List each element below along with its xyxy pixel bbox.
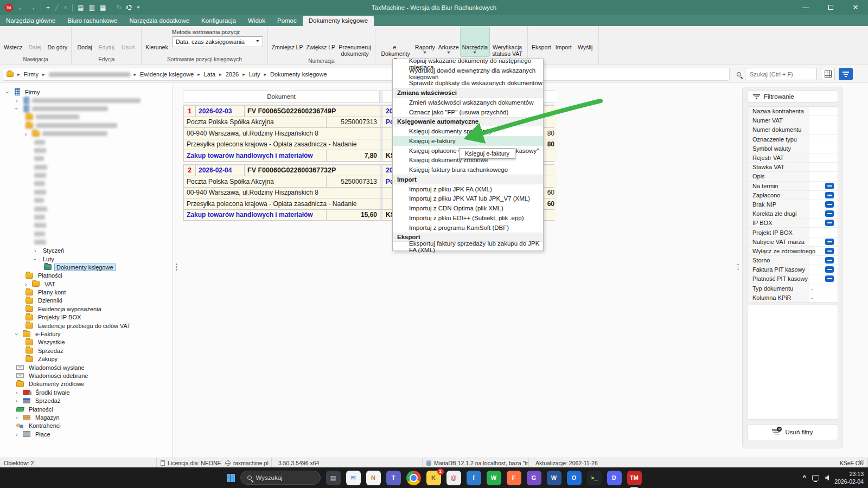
menu-row[interactable]: Zmień właściwości wskazanych dokumentów — [393, 98, 543, 107]
taskbar-clock[interactable]: 23:13 2026-02-04 — [834, 470, 864, 485]
filter-control-icon[interactable]: - — [809, 294, 813, 301]
ribbon-button[interactable]: Raporty — [413, 27, 437, 56]
breadcrumb-item[interactable]: Ewidencje księgowe — [130, 71, 194, 78]
qa-print-icon[interactable]: ▤ — [78, 4, 84, 11]
filter-control[interactable] — [809, 135, 838, 144]
qa-dropdown-caret-icon[interactable] — [137, 7, 140, 10]
filter-control-icon[interactable] — [825, 248, 834, 254]
tree-item[interactable]: Zakupy — [0, 355, 172, 363]
tree-item[interactable]: VAT — [0, 280, 172, 288]
ribbon-tab[interactable]: Widok — [242, 16, 271, 26]
start-button[interactable] — [227, 474, 235, 482]
filter-control[interactable] — [809, 182, 838, 190]
tree-item[interactable]: Projekty IP BOX — [0, 313, 172, 322]
taskbar-app-icon[interactable]: f — [467, 471, 481, 485]
tree-item[interactable] — [0, 213, 172, 221]
menu-row[interactable]: Eksportuj faktury sprzedaży lub zakupu d… — [393, 242, 543, 252]
tree-chevron-icon[interactable] — [16, 414, 22, 421]
tray-chevron-up-icon[interactable]: ^ — [802, 474, 806, 481]
tree-item[interactable] — [0, 196, 172, 204]
qa-add-icon[interactable]: + — [46, 4, 50, 11]
tree-item[interactable]: Ewidencje przebiegu do celów VAT — [0, 322, 172, 330]
ribbon-button[interactable]: Eksport — [530, 27, 553, 52]
tree-item[interactable] — [0, 188, 172, 196]
breadcrumb-item[interactable]: Firmy — [14, 71, 39, 78]
tree-chevron-icon[interactable] — [25, 131, 31, 137]
taskbar-search[interactable]: Wyszukaj — [240, 471, 321, 485]
filter-control[interactable] — [809, 107, 838, 115]
taskbar-app-icon[interactable]: TM — [627, 471, 642, 485]
filter-control[interactable]: - — [809, 284, 838, 293]
menu-row[interactable]: Oznacz jako "FP" (usuwa przychód) — [393, 107, 543, 117]
splitter-handle-right[interactable] — [737, 263, 739, 271]
qa-back-icon[interactable]: ← — [18, 4, 24, 11]
ribbon-button[interactable]: Import — [553, 27, 575, 52]
taskbar-app-icon[interactable]: F — [507, 471, 521, 485]
filter-control-icon[interactable]: - — [809, 285, 813, 292]
ribbon-button[interactable]: Narzędzia — [461, 27, 489, 56]
tree-chevron-icon[interactable] — [16, 397, 22, 404]
filter-control[interactable] — [809, 163, 838, 171]
ribbon-button[interactable]: Edytuj — [95, 27, 117, 52]
filter-control[interactable] — [815, 247, 838, 255]
tree-chevron-icon[interactable] — [16, 431, 22, 438]
ribbon-button[interactable]: Kierunek — [144, 27, 169, 52]
tree-item[interactable]: Luty — [0, 255, 172, 263]
tree-chevron-icon[interactable] — [25, 281, 31, 287]
filter-control[interactable]: - — [809, 293, 838, 302]
ribbon-tab[interactable]: Narzędzia dodatkowe — [123, 16, 195, 26]
breadcrumb-item[interactable]: Dokumenty księgowe — [260, 71, 327, 78]
maximize-button[interactable] — [818, 0, 843, 15]
tree-item[interactable] — [0, 171, 172, 179]
tree-item[interactable]: Magazyn — [0, 413, 172, 421]
tree-item[interactable]: Firmy — [0, 88, 172, 96]
ribbon-button[interactable]: Weryfikacja statusu VAT — [489, 27, 525, 58]
ribbon-tab[interactable]: Biuro rachunkowe — [61, 16, 123, 26]
ribbon-button[interactable]: Zwiększ LP — [304, 27, 337, 52]
filter-control-icon[interactable] — [825, 210, 834, 217]
network-icon[interactable] — [812, 475, 819, 480]
ribbon-tab[interactable]: Narzędzia główne — [0, 16, 61, 26]
filter-control[interactable] — [809, 200, 838, 209]
tree-chevron-icon[interactable] — [16, 105, 22, 112]
ribbon-button[interactable]: Wyślij — [575, 27, 596, 52]
sort-method-select[interactable]: Data, czas zaksięgowania — [172, 36, 263, 47]
ribbon-tab[interactable]: Dokumenty księgowe — [303, 16, 374, 26]
tree-item[interactable]: Dokumenty źródłowe — [0, 380, 172, 388]
menu-row[interactable]: Księguj e-faktury — [393, 136, 543, 146]
ribbon-button[interactable]: Dodaj — [74, 27, 95, 52]
tree-item[interactable]: Wiadomości wysłane — [0, 363, 172, 371]
filter-control[interactable] — [809, 209, 838, 218]
tree-chevron-icon[interactable] — [16, 331, 22, 337]
column-header-dokument[interactable]: Dokument — [183, 91, 379, 102]
tree-item[interactable]: Ewidencja wyposażenia — [0, 305, 172, 313]
tree-chevron-icon[interactable] — [16, 97, 22, 104]
tree-item[interactable]: Płatności — [0, 405, 172, 413]
breadcrumb-item[interactable]: 2026 — [215, 71, 239, 78]
filter-control[interactable] — [809, 191, 838, 200]
tree-item[interactable] — [0, 155, 172, 163]
volume-icon[interactable] — [825, 475, 831, 480]
tree-chevron-icon[interactable] — [16, 389, 22, 396]
menu-row[interactable]: Księguj dokumenty sprzedaży — [393, 126, 543, 136]
grid-view-button[interactable] — [821, 68, 835, 80]
menu-row[interactable]: Import — [393, 175, 543, 184]
tree-item[interactable]: Dzienniki — [0, 297, 172, 305]
menu-row[interactable]: Zmiana właściwości — [393, 88, 543, 98]
menu-row[interactable]: Importuj z CDN Optima (plik XML) — [393, 203, 543, 213]
minimize-button[interactable]: — — [793, 0, 818, 15]
filter-control-icon[interactable] — [825, 266, 834, 273]
filter-control[interactable] — [809, 256, 838, 265]
tree-item[interactable]: Kontrahenci — [0, 422, 172, 430]
filter-control-icon[interactable] — [825, 239, 834, 245]
filter-control[interactable] — [809, 237, 838, 246]
ribbon-button[interactable]: Usuń — [117, 27, 139, 52]
filter-control-icon[interactable] — [825, 192, 834, 198]
tree-item[interactable]: Styczeń — [0, 246, 172, 254]
ribbon-button[interactable]: Wstecz — [2, 27, 24, 52]
filter-control-icon[interactable] — [825, 183, 834, 189]
tree-item[interactable]: e-Faktury — [0, 330, 172, 338]
qa-document-icon[interactable]: ▥ — [89, 4, 95, 11]
taskbar-app-icon[interactable]: G — [527, 471, 541, 485]
qa-settings-gear-icon[interactable] — [126, 5, 132, 10]
